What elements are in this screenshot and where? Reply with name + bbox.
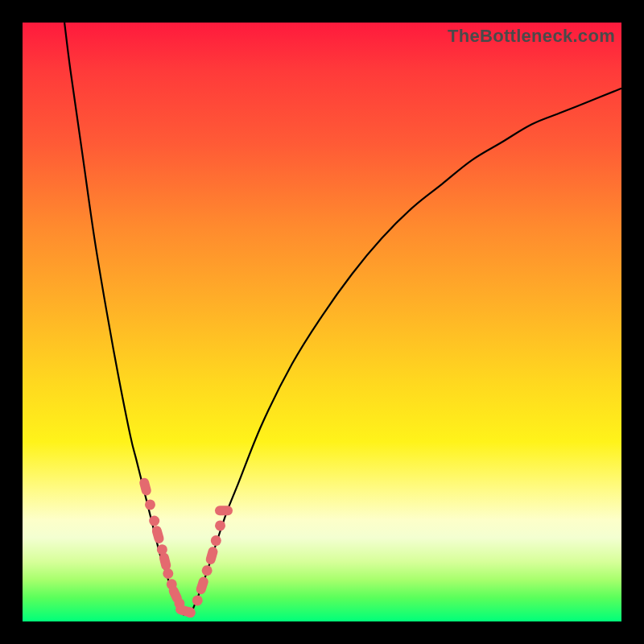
marker-dot (215, 520, 225, 530)
marker-bead (159, 551, 172, 571)
marker-dot (211, 535, 221, 546)
marker-dot (149, 516, 159, 526)
marker-bead (204, 546, 218, 565)
marker-dot (145, 499, 155, 510)
curve-layer (23, 23, 621, 621)
right-curve (190, 89, 621, 616)
marker-bead (195, 576, 209, 596)
marker-dot (192, 595, 203, 605)
marker-bead (215, 506, 233, 515)
marker-dot (163, 568, 173, 579)
highlight-markers (138, 477, 233, 617)
chart-frame: TheBottleneck.com (0, 0, 644, 644)
marker-dot (202, 565, 213, 576)
marker-dot (185, 607, 196, 617)
plot-area: TheBottleneck.com (23, 23, 621, 621)
left-curve (64, 23, 184, 616)
